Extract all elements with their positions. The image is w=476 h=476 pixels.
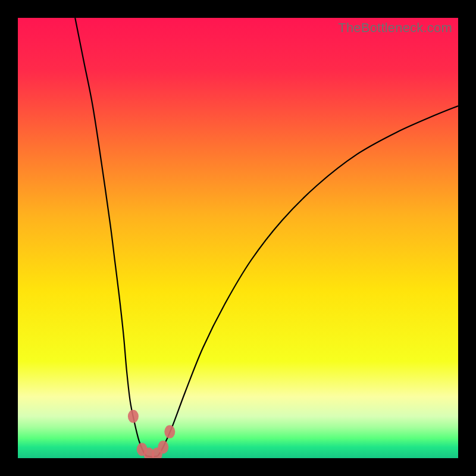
chart-frame: TheBottleneck.com bbox=[0, 0, 476, 476]
curve-left-branch bbox=[75, 18, 146, 456]
curve-right-branch bbox=[158, 106, 458, 456]
curve-marker bbox=[164, 425, 175, 439]
curve-markers bbox=[128, 410, 175, 458]
plot-area: TheBottleneck.com bbox=[18, 18, 458, 458]
watermark-label: TheBottleneck.com bbox=[338, 20, 452, 36]
curve-marker bbox=[128, 410, 139, 423]
bottleneck-curve bbox=[18, 18, 458, 458]
curve-marker bbox=[158, 441, 168, 454]
